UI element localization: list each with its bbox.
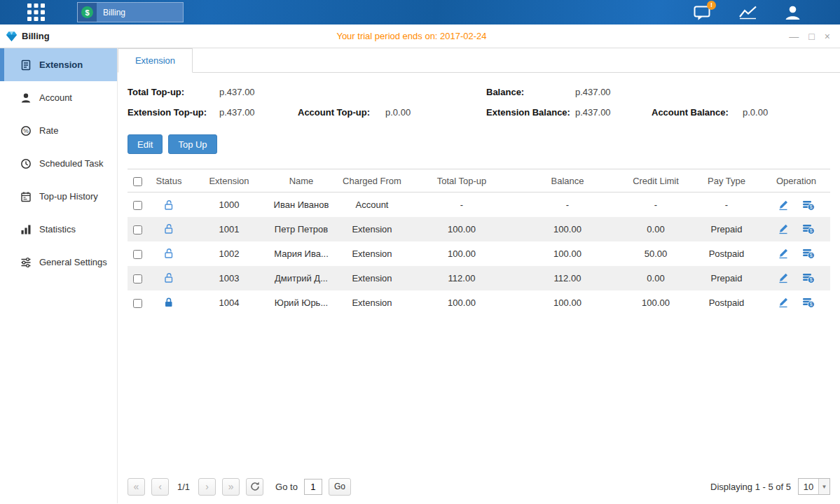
- notification-badge: !: [707, 1, 716, 10]
- summary-row-1: Total Top-up: p.437.00 Balance: p.437.00: [128, 87, 830, 97]
- money-icon: $: [802, 272, 815, 284]
- top-up-row-button[interactable]: $: [802, 272, 815, 284]
- sidebar-item-statistics[interactable]: Statistics: [0, 213, 117, 246]
- top-up-row-button[interactable]: $: [802, 200, 815, 211]
- page-indicator: 1/1: [177, 482, 190, 492]
- edit-row-button[interactable]: [778, 223, 789, 234]
- svg-text:$: $: [810, 278, 813, 283]
- edit-button[interactable]: Edit: [128, 134, 163, 154]
- sidebar-item-label: Top-up History: [39, 191, 98, 202]
- next-page-button[interactable]: ›: [198, 478, 216, 496]
- statistics-topbar-button[interactable]: [736, 3, 759, 22]
- top-up-row-button[interactable]: $: [802, 248, 815, 259]
- cell-pay-type: -: [691, 192, 762, 217]
- page-size-value: 10: [799, 482, 818, 492]
- status-cell: [147, 290, 191, 315]
- edit-row-button[interactable]: [778, 297, 789, 308]
- cell-pay-type: Postpaid: [691, 290, 762, 315]
- goto-page-input[interactable]: [304, 479, 322, 495]
- maximize-button[interactable]: □: [808, 31, 814, 41]
- unlocked-icon: [163, 248, 174, 259]
- sidebar-item-scheduled-task[interactable]: Scheduled Task: [0, 147, 117, 180]
- extension-page: Total Top-up: p.437.00 Balance: p.437.00…: [118, 73, 840, 503]
- status-cell: [147, 217, 191, 241]
- sidebar-item-rate[interactable]: % Rate: [0, 114, 117, 147]
- cell-balance: 100.00: [514, 241, 621, 266]
- table-row: 1000 Иван Иванов Account - - - - $: [128, 192, 830, 217]
- sidebar-item-general-settings[interactable]: General Settings: [0, 246, 117, 279]
- col-header-status: Status: [147, 169, 191, 192]
- row-checkbox[interactable]: [133, 201, 142, 210]
- money-icon: $: [802, 200, 815, 211]
- select-all-checkbox[interactable]: [133, 177, 142, 186]
- cell-charged-from: Extension: [335, 217, 409, 241]
- taskbar-tab-label: Billing: [103, 8, 125, 18]
- svg-text:$: $: [810, 229, 813, 234]
- top-up-row-button[interactable]: $: [802, 297, 815, 308]
- prev-page-button[interactable]: ‹: [151, 478, 169, 496]
- col-header-operation: Operation: [762, 169, 830, 192]
- refresh-icon: [250, 482, 260, 491]
- sidebar-item-account[interactable]: Account: [0, 81, 117, 114]
- table-row: 1003 Дмитрий Д... Extension 112.00 112.0…: [128, 266, 830, 290]
- pagination-bar: « ‹ 1/1 › » Go to Go Displaying 1 - 5 of…: [128, 477, 830, 496]
- edit-row-button[interactable]: [778, 200, 789, 211]
- cell-name: Юрий Юрь...: [268, 290, 335, 315]
- go-button[interactable]: Go: [329, 478, 351, 496]
- tab-extension[interactable]: Extension: [118, 48, 193, 73]
- row-checkbox[interactable]: [133, 299, 142, 308]
- top-up-row-button[interactable]: $: [802, 223, 815, 234]
- sidebar-item-label: Extension: [39, 59, 83, 70]
- first-page-button[interactable]: «: [128, 478, 145, 496]
- row-checkbox[interactable]: [133, 225, 142, 234]
- summary-row-2: Extension Top-up: p.437.00 Account Top-u…: [128, 107, 830, 118]
- cell-name: Мария Ива...: [268, 241, 335, 266]
- cell-total-topup: 100.00: [409, 241, 514, 266]
- refresh-button[interactable]: [246, 478, 263, 496]
- col-header-pay-type: Pay Type: [691, 169, 762, 192]
- cell-pay-type: Prepaid: [691, 217, 762, 241]
- extension-balance-value: p.437.00: [575, 107, 652, 118]
- pencil-icon: [778, 272, 789, 284]
- page-size-select[interactable]: 10 ▼: [798, 478, 830, 495]
- sidebar-item-label: Rate: [39, 125, 58, 136]
- action-buttons: Edit Top Up: [128, 134, 830, 154]
- extension-topup-label: Extension Top-up:: [128, 107, 219, 118]
- last-page-button[interactable]: »: [222, 478, 240, 496]
- edit-row-button[interactable]: [778, 248, 789, 259]
- statistics-icon: [20, 224, 32, 235]
- desktop-topbar: $ Billing !: [0, 0, 840, 24]
- minimize-button[interactable]: —: [789, 31, 799, 41]
- balance-value: p.437.00: [575, 87, 652, 97]
- svg-text:$: $: [810, 204, 813, 209]
- billing-app-iconbox: $: [78, 3, 97, 22]
- pencil-icon: [778, 297, 789, 308]
- cell-credit-limit: 50.00: [621, 241, 691, 266]
- cell-total-topup: -: [409, 192, 514, 217]
- sidebar-item-label: General Settings: [39, 257, 107, 267]
- topbar-right-icons: !: [691, 3, 804, 22]
- taskbar-tab-billing[interactable]: $ Billing: [77, 2, 184, 22]
- notifications-button[interactable]: !: [691, 3, 714, 22]
- cell-extension: 1000: [191, 192, 268, 217]
- sidebar-item-extension[interactable]: Extension: [0, 48, 117, 81]
- cell-pay-type: Postpaid: [691, 241, 762, 266]
- status-cell: [147, 192, 191, 217]
- table-header-row: Status Extension Name Charged From Total…: [128, 169, 830, 192]
- row-checkbox[interactable]: [133, 274, 142, 284]
- billing-dollar-icon: $: [81, 6, 93, 18]
- user-account-button[interactable]: [781, 3, 804, 22]
- chevron-down-icon: ▼: [818, 479, 829, 494]
- total-topup-value: p.437.00: [219, 87, 298, 97]
- cell-credit-limit: 0.00: [621, 266, 691, 290]
- edit-row-button[interactable]: [778, 272, 789, 284]
- row-checkbox[interactable]: [133, 250, 142, 259]
- top-up-button[interactable]: Top Up: [168, 134, 216, 154]
- app-launcher-button[interactable]: [25, 3, 46, 22]
- sidebar-item-topup-history[interactable]: Top-up History: [0, 180, 117, 213]
- close-button[interactable]: ×: [825, 31, 830, 41]
- col-header-balance: Balance: [514, 169, 621, 192]
- unlocked-icon: [163, 272, 174, 284]
- cell-balance: 100.00: [514, 290, 621, 315]
- total-topup-label: Total Top-up:: [128, 87, 219, 97]
